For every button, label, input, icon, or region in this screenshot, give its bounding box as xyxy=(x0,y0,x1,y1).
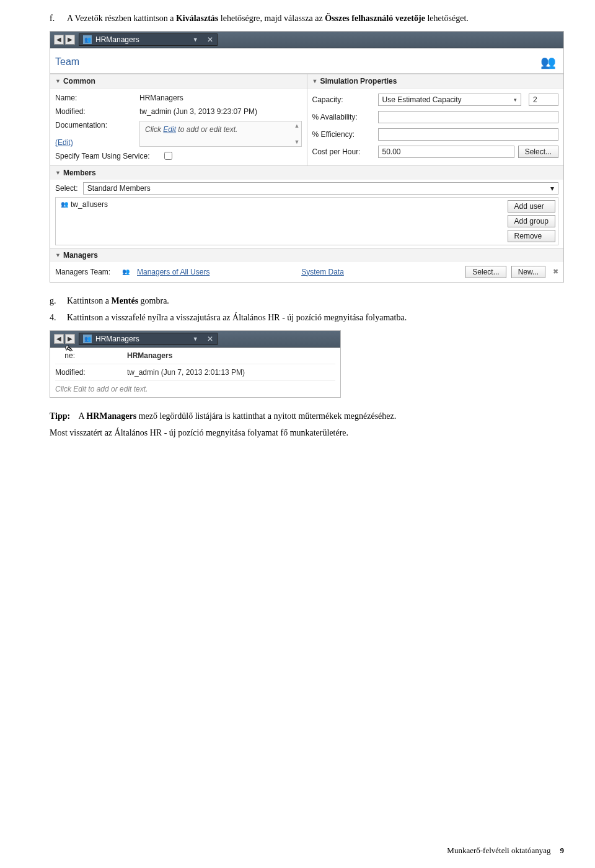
doc-post: to add or edit text. xyxy=(176,125,237,134)
add-group-button[interactable]: Add group xyxy=(508,215,555,227)
team-icon: 👥 xyxy=(122,268,130,275)
twisty-icon[interactable]: ▼ xyxy=(55,78,61,84)
team-icon: 👥 xyxy=(83,335,92,343)
step-f-b2: Összes felhasználó vezetője xyxy=(325,14,425,23)
step-f-b1: Kiválasztás xyxy=(176,14,218,23)
tab-label: HRManagers xyxy=(95,335,139,343)
cost-input[interactable]: 50.00 xyxy=(378,146,514,158)
managers-team-label: Managers Team: xyxy=(55,268,117,276)
step-f-t2: lehetőségre, majd válassza az xyxy=(218,14,325,23)
step-g-marker: g. xyxy=(50,295,67,307)
twisty-icon[interactable]: ▼ xyxy=(55,252,61,258)
scroll-up-icon[interactable]: ▲ xyxy=(294,123,300,129)
panel-simulation: ▼Simulation Properties Capacity: Use Est… xyxy=(307,74,564,165)
tab-dropdown-icon[interactable]: ▼ xyxy=(193,37,198,43)
tab-hrmanagers[interactable]: 👥 HRManagers ▼ ✕ xyxy=(79,333,218,345)
tip-paragraph: Tipp: A HRManagers mező legördülő listáj… xyxy=(50,410,564,423)
cost-label: Cost per Hour: xyxy=(312,147,374,156)
tab-close-icon[interactable]: ✕ xyxy=(207,35,213,44)
step-f-t3: lehetőséget. xyxy=(425,14,469,23)
name-label-partial: Nane: xyxy=(55,351,123,360)
members-select[interactable]: Standard Members▾ xyxy=(83,182,558,195)
members-select-label: Select: xyxy=(55,184,78,193)
team-header: Team 👥 xyxy=(50,48,563,74)
name-value: HRManagers xyxy=(139,94,302,102)
step-4-body: Kattintson a visszafelé nyílra a visszaj… xyxy=(67,312,564,324)
capacity-select[interactable]: Use Estimated Capacity▾ xyxy=(378,94,522,106)
documentation-field[interactable]: Click Edit to add or edit text. ▲ ▼ xyxy=(139,121,302,147)
step-g-body: Kattintson a Mentés gombra. xyxy=(67,295,564,307)
remove-button[interactable]: Remove xyxy=(508,230,555,242)
scroll-down-icon[interactable]: ▼ xyxy=(294,139,300,145)
managers-select-button[interactable]: Select... xyxy=(465,266,506,278)
add-user-button[interactable]: Add user xyxy=(508,200,555,213)
member-name: tw_allusers xyxy=(71,200,108,209)
nav-back-button[interactable]: ◀ xyxy=(54,334,64,344)
titlebar: ◀ ▶ 👥 HRManagers ▼ ✕ xyxy=(50,32,563,48)
step-f-marker: f. xyxy=(50,12,67,25)
step-g: g. Kattintson a Mentés gombra. xyxy=(50,295,564,307)
step-4-marker: 4. xyxy=(50,312,67,324)
doc-edit-link[interactable]: Edit xyxy=(163,125,176,134)
step-g-bold: Mentés xyxy=(112,296,139,305)
modified-value: tw_admin (Jun 3, 2013 9:23:07 PM) xyxy=(139,107,302,116)
members-heading: Members xyxy=(63,169,96,177)
twisty-icon[interactable]: ▼ xyxy=(55,170,61,176)
modified-label: Modified: xyxy=(55,368,123,377)
step-g-post: gombra. xyxy=(138,296,169,305)
tab-dropdown-icon[interactable]: ▼ xyxy=(193,336,198,342)
availability-label: % Availability: xyxy=(312,113,374,121)
tip-label: Tipp: xyxy=(50,411,70,421)
screenshot-back-nav: ◀ ▶ 👥 HRManagers ▼ ✕ ↖ Nane: HRManagers … xyxy=(50,330,341,398)
tab-hrmanagers[interactable]: 👥 HRManagers ▼ ✕ xyxy=(79,33,218,46)
nav-forward-button[interactable]: ▶ xyxy=(65,35,75,45)
managers-heading: Managers xyxy=(63,251,98,260)
cursor-icon: ↖ xyxy=(64,343,74,354)
capacity-label: Capacity: xyxy=(312,95,374,104)
users-icon: 👥 xyxy=(61,201,68,208)
modified-label: Modified: xyxy=(55,107,136,116)
name-label: Name: xyxy=(55,94,136,102)
specify-service-label: Specify Team Using Service: xyxy=(55,152,161,160)
screenshot-team-editor: ◀ ▶ 👥 HRManagers ▼ ✕ Team 👥 ▼Common Name… xyxy=(50,31,564,283)
system-data-link[interactable]: System Data xyxy=(301,268,461,276)
modified-value: tw_admin (Jun 7, 2013 2:01:13 PM) xyxy=(127,368,335,377)
simulation-heading: Simulation Properties xyxy=(320,77,397,85)
step-f-body: A Vezetők részben kattintson a Kiválaszt… xyxy=(67,12,564,25)
people-icon: 👥 xyxy=(540,55,556,69)
managers-team-link[interactable]: Managers of All Users xyxy=(137,268,296,276)
tip-paragraph-2: Most visszatért az Általános HR - új poz… xyxy=(50,427,564,439)
tab-label: HRManagers xyxy=(95,35,139,44)
footer: Munkaerő-felvételi oktatóanyag 9 xyxy=(50,846,564,856)
step-4: 4. Kattintson a visszafelé nyílra a viss… xyxy=(50,312,564,324)
twisty-icon[interactable]: ▼ xyxy=(312,78,318,84)
step-f: f. A Vezetők részben kattintson a Kivála… xyxy=(50,12,564,25)
managers-row: Managers Team: 👥 Managers of All Users S… xyxy=(50,262,563,282)
documentation-label: Documentation: (Edit) xyxy=(55,121,136,147)
step-f-t1: A Vezetők részben kattintson a xyxy=(67,14,176,23)
clear-icon[interactable]: ✖ xyxy=(553,268,558,276)
page-title: Team xyxy=(55,56,79,68)
doc-hint: Click Edit to add or edit text. xyxy=(55,385,335,393)
name-value: HRManagers xyxy=(127,351,335,360)
nav-back-button[interactable]: ◀ xyxy=(54,35,64,45)
common-heading: Common xyxy=(63,77,95,85)
tip-1a: A xyxy=(78,411,86,421)
managers-new-button[interactable]: New... xyxy=(511,266,545,278)
footer-text: Munkaerő-felvételi oktatóanyag xyxy=(447,846,550,856)
page-number: 9 xyxy=(560,846,565,856)
cost-select-button[interactable]: Select... xyxy=(518,146,558,158)
panel-common: ▼Common Name: HRManagers Modified: tw_ad… xyxy=(50,74,307,165)
tip-1c: mező legördülő listájára is kattinthat a… xyxy=(136,411,396,421)
capacity-input[interactable]: 2 xyxy=(529,94,558,106)
member-item[interactable]: 👥 tw_allusers xyxy=(61,200,500,209)
efficiency-input[interactable] xyxy=(378,128,559,141)
efficiency-label: % Efficiency: xyxy=(312,130,374,139)
team-icon: 👥 xyxy=(83,35,92,44)
step-g-pre: Kattintson a xyxy=(67,296,112,305)
chevron-down-icon: ▾ xyxy=(550,184,554,193)
edit-link[interactable]: (Edit) xyxy=(55,138,136,147)
availability-input[interactable] xyxy=(378,111,559,123)
specify-service-checkbox[interactable] xyxy=(164,152,172,160)
tab-close-icon[interactable]: ✕ xyxy=(207,335,213,343)
